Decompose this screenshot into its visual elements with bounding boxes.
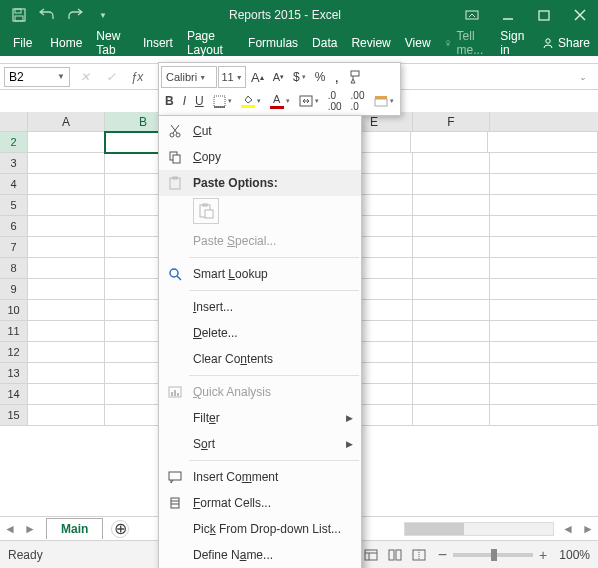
cell[interactable] (490, 363, 598, 384)
cell[interactable] (28, 342, 105, 363)
cell[interactable] (413, 216, 490, 237)
fill-color-button[interactable]: ▾ (237, 90, 265, 112)
tab-data[interactable]: Data (305, 32, 344, 54)
row-head[interactable]: 10 (0, 300, 28, 321)
cell[interactable] (490, 405, 598, 426)
maximize-icon[interactable] (526, 0, 562, 30)
ctx-define-name[interactable]: Define Name... (159, 542, 361, 568)
cell[interactable] (28, 237, 105, 258)
cell[interactable] (28, 153, 105, 174)
cell[interactable] (490, 258, 598, 279)
zoom-in-icon[interactable]: + (539, 547, 547, 563)
ctx-smart-lookup[interactable]: Smart Lookup (159, 261, 361, 287)
cell[interactable] (413, 342, 490, 363)
row-head[interactable]: 9 (0, 279, 28, 300)
tab-review[interactable]: Review (344, 32, 397, 54)
ctx-format-cells[interactable]: Format Cells... (159, 490, 361, 516)
save-icon[interactable] (6, 2, 32, 28)
cell[interactable] (413, 237, 490, 258)
font-color-button[interactable]: A▾ (266, 90, 294, 112)
row-head[interactable]: 14 (0, 384, 28, 405)
hscroll-track[interactable] (404, 522, 554, 536)
hscroll-right-icon[interactable]: ► (578, 522, 598, 536)
row-head[interactable]: 3 (0, 153, 28, 174)
zoom-slider[interactable] (453, 553, 533, 557)
cell[interactable] (413, 279, 490, 300)
redo-icon[interactable] (62, 2, 88, 28)
sign-in-link[interactable]: Sign in (492, 29, 534, 57)
tab-file[interactable]: File (4, 32, 41, 54)
view-page-break-icon[interactable] (408, 545, 430, 565)
ctx-copy[interactable]: Copy (159, 144, 361, 170)
row-head[interactable]: 7 (0, 237, 28, 258)
comma-format-icon[interactable]: , (330, 66, 342, 88)
cell-a2[interactable] (28, 132, 105, 153)
tab-view[interactable]: View (398, 32, 438, 54)
italic-button[interactable]: I (179, 90, 190, 112)
border-button[interactable]: ▾ (209, 90, 236, 112)
enter-formula-icon[interactable]: ✓ (100, 67, 122, 87)
cell-extra-2[interactable] (488, 132, 598, 153)
underline-button[interactable]: U (191, 90, 208, 112)
ctx-cut[interactable]: Cut (159, 118, 361, 144)
font-select[interactable]: Calibri▼ (161, 66, 217, 88)
cell[interactable] (28, 384, 105, 405)
merge-center-icon[interactable]: ▾ (295, 90, 323, 112)
col-head-a[interactable]: A (28, 112, 105, 131)
cell[interactable] (490, 195, 598, 216)
tab-home[interactable]: Home (43, 32, 89, 54)
ctx-delete[interactable]: Delete... (159, 320, 361, 346)
col-head-f[interactable]: F (413, 112, 490, 131)
cell[interactable] (490, 153, 598, 174)
row-head-2[interactable]: 2 (0, 132, 28, 153)
decrease-decimal-icon[interactable]: .00.0 (347, 90, 369, 112)
add-sheet-icon[interactable]: ⊕ (111, 520, 129, 538)
cell[interactable] (28, 258, 105, 279)
cell[interactable] (28, 363, 105, 384)
cell[interactable] (490, 237, 598, 258)
cell[interactable] (28, 300, 105, 321)
tell-me-search[interactable]: ♀ Tell me... (438, 29, 493, 57)
cell[interactable] (490, 300, 598, 321)
cell[interactable] (28, 321, 105, 342)
undo-icon[interactable] (34, 2, 60, 28)
cell[interactable] (413, 195, 490, 216)
cell[interactable] (413, 363, 490, 384)
cell-f2[interactable] (411, 132, 488, 153)
row-head[interactable]: 4 (0, 174, 28, 195)
ctx-insert-comment[interactable]: Insert Comment (159, 464, 361, 490)
sheet-nav-prev-icon[interactable]: ◄ (0, 522, 20, 536)
row-head[interactable]: 6 (0, 216, 28, 237)
cell[interactable] (28, 405, 105, 426)
cell[interactable] (490, 321, 598, 342)
row-head[interactable]: 13 (0, 363, 28, 384)
increase-decimal-icon[interactable]: .0.00 (324, 90, 346, 112)
row-head[interactable]: 5 (0, 195, 28, 216)
row-head[interactable]: 15 (0, 405, 28, 426)
cell-styles-icon[interactable]: ▾ (370, 90, 398, 112)
cell[interactable] (413, 300, 490, 321)
row-head[interactable]: 12 (0, 342, 28, 363)
cell[interactable] (490, 174, 598, 195)
cell[interactable] (490, 279, 598, 300)
view-normal-icon[interactable] (360, 545, 382, 565)
bold-button[interactable]: B (161, 90, 178, 112)
cell[interactable] (413, 405, 490, 426)
tab-formulas[interactable]: Formulas (241, 32, 305, 54)
ctx-insert[interactable]: Insert... (159, 294, 361, 320)
chevron-down-icon[interactable]: ▼ (57, 72, 65, 81)
cell[interactable] (28, 279, 105, 300)
view-page-layout-icon[interactable] (384, 545, 406, 565)
col-head-extra[interactable] (490, 112, 598, 131)
hscroll-thumb[interactable] (405, 523, 464, 535)
cancel-formula-icon[interactable]: ✕ (74, 67, 96, 87)
cell[interactable] (413, 258, 490, 279)
cell[interactable] (490, 342, 598, 363)
hscroll-left-icon[interactable]: ◄ (558, 522, 578, 536)
tab-page-layout[interactable]: Page Layout (180, 25, 241, 61)
sheet-tab-main[interactable]: Main (46, 518, 103, 539)
fx-icon[interactable]: ƒx (126, 67, 148, 87)
decrease-font-icon[interactable]: A▾ (269, 66, 288, 88)
ctx-pick-list[interactable]: Pick From Drop-down List... (159, 516, 361, 542)
zoom-value[interactable]: 100% (559, 548, 590, 562)
